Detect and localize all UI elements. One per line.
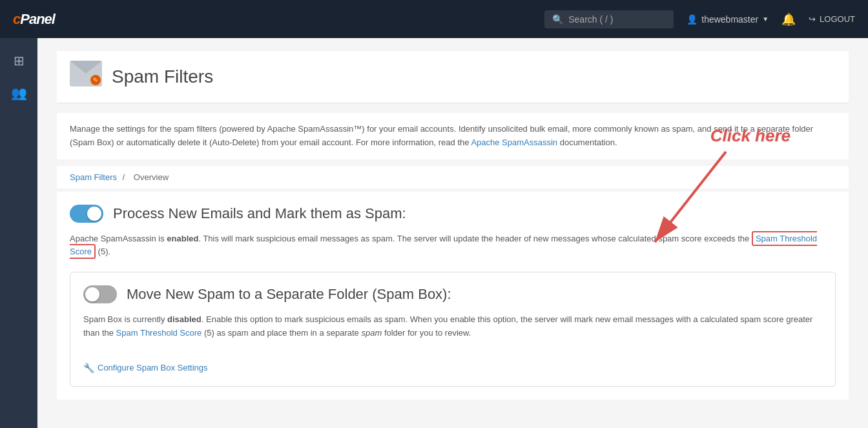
description-text-1: Manage the settings for the spam filters… <box>70 124 813 147</box>
logout-button[interactable]: ↪ LOGOUT <box>809 14 855 24</box>
section2-description: Spam Box is currently disabled. Enable t… <box>83 313 822 340</box>
section1-description: Apache SpamAssassin is enabled. This wil… <box>70 232 836 260</box>
breadcrumb-current: Overview <box>134 172 169 182</box>
process-emails-toggle[interactable] <box>70 205 103 223</box>
sidebar-item-users[interactable]: 👥 <box>6 80 32 106</box>
spam-box-toggle[interactable] <box>83 285 117 303</box>
apache-spamassassin-link[interactable]: Apache SpamAssassin <box>471 138 557 147</box>
breadcrumb-separator: / <box>123 172 125 182</box>
users-icon: 👥 <box>11 85 27 101</box>
description-text-2: documentation. <box>557 138 617 147</box>
pen-icon: ✎ <box>90 75 101 85</box>
top-navigation: cPanel 🔍 Search ( / ) 👤 thewebmaster ▼ 🔔… <box>0 0 868 38</box>
section2-title: Move New Spam to a Separate Folder (Spam… <box>127 286 451 303</box>
threshold-link-text-2: Spam Threshold Score <box>116 328 202 338</box>
search-placeholder: Search ( / ) <box>568 14 613 25</box>
search-icon: 🔍 <box>552 14 563 25</box>
username-label: thewebmaster <box>701 14 758 25</box>
email-envelope-icon: ✎ <box>70 61 102 87</box>
user-icon: 👤 <box>687 14 698 25</box>
spambox-section: Move New Spam to a Separate Folder (Spam… <box>70 272 836 387</box>
content-area: Process New Emails and Mark them as Spam… <box>57 192 849 400</box>
chevron-down-icon: ▼ <box>762 15 769 23</box>
logout-icon: ↪ <box>809 14 816 24</box>
section2-desc-end: folder for you to review. <box>382 328 471 338</box>
grid-icon: ⊞ <box>14 53 25 68</box>
section1-desc-part2: . This will mark suspicious email messag… <box>198 234 751 243</box>
section1-threshold-value: (5). <box>96 247 110 256</box>
page-header: ✎ Spam Filters <box>57 51 849 103</box>
configure-spam-box-link[interactable]: 🔧 Configure Spam Box Settings <box>83 363 208 373</box>
page-title: Spam Filters <box>112 66 213 87</box>
cpanel-logo: cPanel <box>13 11 55 28</box>
user-menu[interactable]: 👤 thewebmaster ▼ <box>687 14 769 25</box>
sidebar-item-grid[interactable]: ⊞ <box>6 48 32 74</box>
logout-label: LOGOUT <box>820 14 855 24</box>
configure-spam-box-label: Configure Spam Box Settings <box>98 363 208 372</box>
section2-disabled-label: disabled <box>167 314 202 324</box>
page-icon: ✎ <box>70 61 102 93</box>
search-bar[interactable]: 🔍 Search ( / ) <box>544 10 674 28</box>
notifications-bell[interactable]: 🔔 <box>781 12 796 26</box>
spam-threshold-score-link-2[interactable]: Spam Threshold Score <box>116 328 202 338</box>
section1-header: Process New Emails and Mark them as Spam… <box>70 205 836 223</box>
section2-header: Move New Spam to a Separate Folder (Spam… <box>83 285 822 303</box>
page-description: Manage the settings for the spam filters… <box>57 113 849 159</box>
breadcrumb: Spam Filters / Overview <box>57 166 849 189</box>
section2-desc-part1: Spam Box is currently <box>83 314 167 324</box>
wrench-icon: 🔧 <box>83 363 94 373</box>
section1-desc-part1: Apache SpamAssassin is <box>70 234 167 243</box>
section2-threshold-value: (5) as spam and place them in a separate <box>202 328 361 338</box>
section1-enabled-label: enabled <box>167 234 198 243</box>
section1-title: Process New Emails and Mark them as Spam… <box>113 205 406 222</box>
breadcrumb-spam-filters-link[interactable]: Spam Filters <box>70 172 117 182</box>
spam-italic: spam <box>361 328 382 338</box>
sidebar: ⊞ 👥 <box>0 38 37 428</box>
main-content: ✎ Spam Filters Manage the settings for t… <box>37 38 868 428</box>
